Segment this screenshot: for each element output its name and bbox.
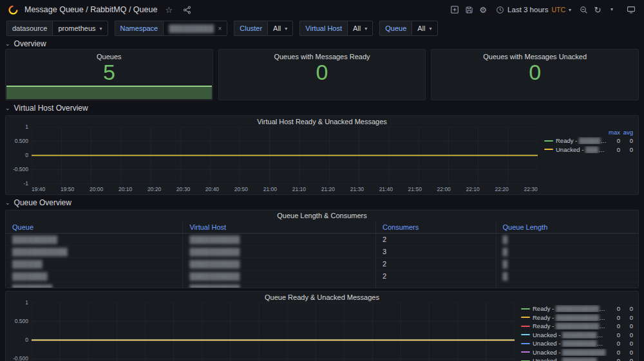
panel-title[interactable]: Queue Length & Consumers bbox=[6, 210, 638, 221]
legend-label: Unacked - ████████████ bbox=[533, 331, 607, 338]
x-axis-label: 22:00 bbox=[437, 186, 451, 192]
legend-item[interactable]: Ready - ████████00 bbox=[544, 136, 633, 145]
y-axis-label: -1 bbox=[23, 181, 28, 187]
row-toggle-overview[interactable]: ⌄ Overview bbox=[5, 38, 639, 49]
breadcrumb[interactable]: Message Queue / RabbitMQ / Queue bbox=[24, 5, 157, 14]
series-color-marker bbox=[521, 334, 530, 335]
column-header-virtual-host[interactable]: Virtual Host bbox=[183, 221, 376, 233]
table-row: ██████████████████ bbox=[6, 282, 638, 288]
vhost-cell: ██████████ bbox=[183, 257, 376, 270]
column-header-consumers[interactable]: Consumers bbox=[375, 221, 496, 233]
variable-value-text: prometheus bbox=[58, 24, 95, 32]
plot-area[interactable] bbox=[32, 302, 515, 361]
variable-value-text: All bbox=[417, 24, 425, 32]
variable-value-dropdown[interactable]: prometheus▾ bbox=[52, 21, 108, 36]
share-icon[interactable] bbox=[180, 3, 193, 17]
x-axis-label: 20:10 bbox=[118, 186, 132, 192]
stat-sparkline bbox=[6, 86, 212, 99]
variable-queue: QueueAll▾ bbox=[379, 21, 437, 36]
plot-area[interactable] bbox=[32, 127, 538, 184]
row-title: Virtual Host Overview bbox=[14, 104, 88, 113]
legend-item[interactable]: Unacked - ████████████00 bbox=[521, 356, 633, 361]
legend-item[interactable]: Ready - █████████████00 bbox=[521, 304, 633, 313]
series-color-marker bbox=[521, 317, 530, 318]
legend-item[interactable]: Ready - ██████████████00 bbox=[521, 322, 633, 331]
legend-label-masked: ████████ bbox=[585, 146, 607, 153]
queue-table: QueueVirtual HostConsumersQueue Length █… bbox=[6, 221, 638, 288]
legend-label-masked: ████████████ bbox=[562, 331, 607, 338]
series-color-marker bbox=[544, 149, 553, 150]
series-color-marker bbox=[521, 351, 530, 353]
y-axis: 10.5000-0.500-1 bbox=[10, 300, 32, 361]
remove-icon[interactable]: × bbox=[218, 25, 222, 32]
vhost-messages-chart-panel: Virtual Host Ready & Unacked Messages 10… bbox=[5, 115, 639, 195]
legend-avg-value: 0 bbox=[620, 349, 633, 356]
legend-avg-value: 0 bbox=[620, 305, 633, 312]
x-axis-label: 22:30 bbox=[524, 186, 537, 192]
x-axis-label: 21:00 bbox=[263, 186, 277, 192]
x-axis-label: 19:50 bbox=[61, 186, 74, 192]
column-header-queue[interactable]: Queue bbox=[6, 221, 183, 233]
legend-max-value: 0 bbox=[607, 340, 620, 347]
star-icon[interactable]: ☆ bbox=[162, 3, 175, 17]
legend-item[interactable]: Unacked - ████████00 bbox=[544, 145, 633, 154]
chart-legend: maxavgReady - ████████00Unacked - ██████… bbox=[538, 127, 634, 192]
legend-label: Unacked - ████████████ bbox=[533, 357, 607, 361]
variable-value-dropdown[interactable]: All▾ bbox=[267, 21, 293, 36]
legend-avg-value: 0 bbox=[620, 146, 633, 153]
queue-cell: ████████ bbox=[6, 282, 183, 288]
legend-avg-value: 0 bbox=[620, 314, 633, 321]
x-axis-label: 20:20 bbox=[147, 186, 161, 192]
consumers-cell: 2 bbox=[375, 257, 496, 270]
queue-table-panel: Queue Length & Consumers QueueVirtual Ho… bbox=[5, 210, 639, 288]
x-axis: 19:4019:5020:0020:1020:2020:3020:4020:50… bbox=[32, 184, 538, 192]
row-title: Overview bbox=[14, 39, 46, 48]
variable-value-dropdown[interactable]: All▾ bbox=[347, 21, 373, 36]
row-toggle-vhost-overview[interactable]: ⌄ Virtual Host Overview bbox=[5, 102, 639, 113]
legend-sort-avg[interactable]: avg bbox=[620, 129, 633, 136]
add-panel-icon[interactable] bbox=[448, 3, 461, 17]
panel-title[interactable]: Virtual Host Ready & Unacked Messages bbox=[10, 116, 634, 127]
column-header-queue-length[interactable]: Queue Length bbox=[496, 221, 638, 233]
zoom-out-icon[interactable] bbox=[577, 3, 590, 17]
stat-panel-queues-with-messages-ready[interactable]: Queues with Messages Ready0 bbox=[218, 49, 426, 100]
refresh-interval-dropdown[interactable]: ▾ bbox=[605, 3, 618, 17]
chevron-down-icon: ⌄ bbox=[5, 41, 10, 47]
variable-value-dropdown[interactable]: █████████× bbox=[163, 21, 227, 36]
queue-cell: ███████████ bbox=[6, 245, 183, 257]
grafana-logo[interactable] bbox=[6, 3, 19, 17]
y-axis-label: -0.500 bbox=[13, 167, 28, 172]
series-color-marker bbox=[521, 343, 530, 344]
x-axis-label: 21:30 bbox=[350, 186, 364, 192]
legend-max-value: 0 bbox=[607, 322, 620, 329]
legend-label: Unacked - ██████████ bbox=[533, 349, 607, 356]
stat-value: 0 bbox=[316, 61, 328, 84]
legend-item[interactable]: Unacked - █████████████00 bbox=[521, 339, 633, 348]
x-axis-label: 21:40 bbox=[379, 186, 393, 192]
time-range-picker[interactable]: Last 3 hours UTC ▾ bbox=[491, 3, 576, 17]
stat-value: 5 bbox=[103, 61, 115, 84]
stat-panel-queues-with-messages-unacked[interactable]: Queues with Messages Unacked0 bbox=[431, 49, 639, 100]
legend-header: maxavg bbox=[544, 129, 633, 136]
legend-avg-value: 0 bbox=[620, 322, 633, 329]
variable-value-dropdown[interactable]: All▾ bbox=[412, 21, 437, 36]
chevron-down-icon: ▾ bbox=[569, 7, 571, 13]
legend-sort-max[interactable]: max bbox=[607, 129, 620, 136]
panel-title[interactable]: Queue Ready & Unacked Messages bbox=[10, 292, 634, 302]
legend-max-value: 0 bbox=[607, 349, 620, 356]
row-toggle-queue-overview[interactable]: ⌄ Queue Overview bbox=[5, 197, 639, 208]
legend-item[interactable]: Unacked - ██████████00 bbox=[521, 348, 633, 357]
y-axis: 10.5000-0.500-1 bbox=[10, 124, 32, 187]
legend-max-value: 0 bbox=[607, 331, 620, 338]
legend-item[interactable]: Unacked - ████████████00 bbox=[521, 331, 633, 340]
legend-label: Ready - ████████ bbox=[556, 137, 607, 144]
tv-mode-icon[interactable] bbox=[625, 3, 638, 17]
clock-icon bbox=[495, 3, 504, 17]
save-dashboard-icon[interactable] bbox=[462, 3, 475, 17]
stat-panel-queues[interactable]: Queues5 bbox=[5, 49, 213, 100]
refresh-icon[interactable]: ↻ bbox=[591, 3, 604, 17]
row-title: Queue Overview bbox=[14, 198, 71, 207]
legend-item[interactable]: Ready - ███████████████00 bbox=[521, 313, 633, 322]
dashboard-settings-icon[interactable]: ⚙ bbox=[477, 3, 489, 17]
legend-label-masked: ██████████████ bbox=[556, 322, 607, 329]
